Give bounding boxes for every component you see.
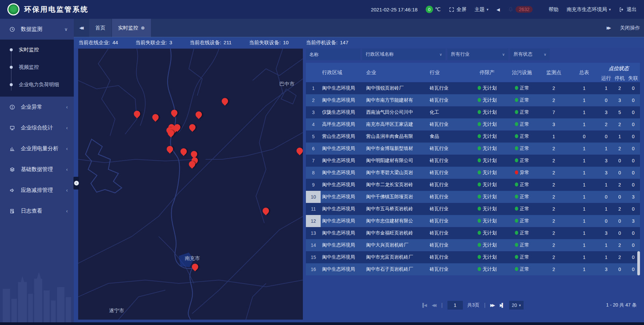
table-row[interactable]: 12阆中生态环境局阆中市忠信建材有限公砖瓦行业无计划正常21003 xyxy=(306,215,640,227)
map-panel[interactable]: 巴中市南充市遂宁市 xyxy=(78,49,303,320)
table-row[interactable]: 14阆中生态环境局阆中大兴页岩机砖厂砖瓦行业无计划正常21120 xyxy=(306,239,640,251)
tab-strip: 首页实时监控⊗ xyxy=(89,19,152,37)
datetime: 2021-02-25 17:46:18 xyxy=(371,7,418,12)
table-row[interactable]: 10阆中生态环境局阆中千佛镇五郎垭页岩砖瓦行业无计划正常21003 xyxy=(306,191,640,203)
industry-filter-select[interactable]: 所有行业 ∨ xyxy=(447,49,508,60)
sidebar-subitem-企业电力负荷明细[interactable]: 企业电力负荷明细 xyxy=(0,76,74,93)
tabs-scroll-right-button[interactable]: ▶▶ xyxy=(607,25,611,30)
sidebar: 数据监测∨实时监控视频监控企业电力负荷明细企业异常‹企业综合统计‹企业用电量分析… xyxy=(0,19,74,322)
sound-button[interactable]: ◀ xyxy=(496,7,500,12)
stat-value: 10 xyxy=(283,40,289,46)
stat-item: 当前停机设备:147 xyxy=(306,40,348,46)
stat-label: 当前失联设备: xyxy=(249,40,280,46)
sidebar-item-label: 数据监测 xyxy=(21,26,64,33)
sound-icon: ◀ xyxy=(496,7,500,12)
table-row[interactable]: 6阆中生态环境局阆中市金博瑞新型墙材砖瓦行业无计划正常21120 xyxy=(306,143,640,155)
status-dot xyxy=(515,182,518,186)
sidebar-item-data-monitor[interactable]: 数据监测∨ xyxy=(0,19,74,40)
col-industry: 行业 xyxy=(428,63,469,82)
status-filter-select[interactable]: 所有状态 ∨ xyxy=(510,49,550,60)
status-dot xyxy=(478,98,481,102)
tab-首页[interactable]: 首页 xyxy=(89,19,111,37)
alert-icon xyxy=(9,104,16,110)
tab-label: 实时监控 xyxy=(118,25,138,31)
name-filter-input[interactable] xyxy=(306,49,360,60)
prev-page-button[interactable]: ◀◀ xyxy=(432,303,436,308)
sidebar-item-label: 企业异常 xyxy=(21,104,66,111)
sidebar-submenu: 实时监控视频监控企业电力负荷明细 xyxy=(0,40,74,97)
status-dot xyxy=(515,243,518,247)
tab-实时监控[interactable]: 实时监控⊗ xyxy=(112,19,151,37)
status-dot xyxy=(478,170,481,174)
filter-row: 行政区域名称 ∨ 所有行业 ∨ 所有状态 ∨ xyxy=(306,49,640,60)
chevron-left-icon: ‹ xyxy=(66,208,68,214)
sidebar-menu: 数据监测∨实时监控视频监控企业电力负荷明细企业异常‹企业综合统计‹企业用电量分析… xyxy=(0,19,74,221)
map-collapse-handle[interactable]: ‹ xyxy=(73,177,79,189)
table-row[interactable]: 7阆中生态环境局阆中明阳建材有限公司砖瓦行业无计划正常21300 xyxy=(306,155,640,167)
col-index xyxy=(306,63,321,82)
status-dot xyxy=(515,158,518,162)
table-row[interactable]: 3仪陇生态环境局西南油气田分公司川中化工无计划正常71350 xyxy=(306,106,640,118)
top-header: 环保用电监管系统 2021-02-25 17:46:18 0 ℃ 全屏 主题 ▾… xyxy=(0,0,644,19)
fullscreen-button[interactable]: 全屏 xyxy=(449,6,467,13)
table-scrollbar[interactable] xyxy=(637,63,640,275)
stat-value: 44 xyxy=(112,40,118,46)
col-company: 企业 xyxy=(365,63,428,82)
sidebar-item-emergency[interactable]: 应急减排管理‹ xyxy=(0,180,74,201)
tab-bar: ◀◀ 首页实时监控⊗ ▶▶ 关闭操作 xyxy=(74,19,644,37)
region-filter-select[interactable]: 行政区域名称 ∨ xyxy=(362,49,445,60)
caret-down-icon: ▾ xyxy=(609,7,611,12)
sidebar-item-enterprise-stats[interactable]: 企业综合统计‹ xyxy=(0,117,74,138)
map-city-label: 遂宁市 xyxy=(109,308,124,314)
page-size-select[interactable]: 20 ▾ xyxy=(509,301,524,310)
sidebar-item-base-data[interactable]: 基础数据管理‹ xyxy=(0,159,74,180)
sidebar-item-logs[interactable]: 日志查看‹ xyxy=(0,201,74,221)
status-dot xyxy=(515,231,518,235)
chevron-left-icon: ‹ xyxy=(66,187,68,193)
status-dot xyxy=(478,255,481,259)
last-page-button[interactable]: ▶▌ xyxy=(500,303,504,308)
table-row[interactable]: 9阆中生态环境局阆中市二龙长宝页岩砖砖瓦行业无计划正常21120 xyxy=(306,179,640,191)
close-operations-button[interactable]: 关闭操作 xyxy=(620,25,640,31)
table-row[interactable]: 16阆中生态环境局阆中市石子页岩机砖厂砖瓦行业无计划正常21300 xyxy=(306,263,640,275)
table-row[interactable]: 5营山生态环境局营山县润丰肉食品有限食品无计划正常10010 xyxy=(306,130,640,143)
app-title: 环保用电监管系统 xyxy=(24,5,89,14)
sidebar-subitem-视频监控[interactable]: 视频监控 xyxy=(0,58,74,76)
next-page-button[interactable]: ▶▶ xyxy=(490,303,495,308)
tabs-scroll-left-button[interactable]: ◀◀ xyxy=(74,19,89,37)
logout-button[interactable]: 退出 xyxy=(619,6,637,13)
notifications[interactable]: 2632 xyxy=(508,6,533,13)
sidebar-item-enterprise-abnormal[interactable]: 企业异常‹ xyxy=(0,97,74,117)
org-dropdown[interactable]: 南充市生态环境局 ▾ xyxy=(567,6,611,13)
page-number-input[interactable] xyxy=(447,301,463,310)
status-dot xyxy=(515,122,518,126)
status-dot xyxy=(515,207,518,211)
layers-icon xyxy=(9,167,16,172)
status-dot xyxy=(515,219,518,223)
help-button[interactable]: 帮助 xyxy=(541,6,558,13)
tab-close-icon[interactable]: ⊗ xyxy=(141,25,145,31)
scrollbar-thumb[interactable] xyxy=(637,251,640,275)
sidebar-subitem-实时监控[interactable]: 实时监控 xyxy=(0,41,74,58)
sidebar-item-power-analysis[interactable]: 企业用电量分析‹ xyxy=(0,138,74,159)
status-dot xyxy=(515,86,518,90)
phone-icon xyxy=(541,7,546,12)
table-row[interactable]: 1阆中生态环境局阆中强锐页岩砖厂砖瓦行业无计划正常21120 xyxy=(306,82,640,94)
stat-label: 当前失联企业: xyxy=(136,40,167,46)
table-row[interactable]: 8阆中生态环境局阆中市枣碧大梁山页岩砖瓦行业无计划异常21300 xyxy=(306,167,640,179)
sidebar-item-label: 基础数据管理 xyxy=(21,166,66,173)
first-page-button[interactable]: ▌◀ xyxy=(422,303,427,308)
status-dot xyxy=(515,267,518,271)
chevron-left-icon: ‹ xyxy=(66,146,68,151)
chevron-left-icon: ‹ xyxy=(66,104,68,110)
table-row[interactable]: 13阆中生态环境局阆中市金福旺页岩机砖砖瓦行业无计划正常21300 xyxy=(306,227,640,239)
theme-dropdown[interactable]: 主题 ▾ xyxy=(475,6,489,13)
app-logo xyxy=(7,3,19,15)
temperature-badge: 0 xyxy=(426,6,433,13)
table-row[interactable]: 15阆中生态环境局阆中市光富页岩机砖厂砖瓦行业无计划正常21120 xyxy=(306,251,640,263)
table-row[interactable]: 4高坪生态环境局南充市高坪区王家店建砖瓦行业无计划正常31220 xyxy=(306,118,640,130)
table-row[interactable]: 11阆中生态环境局阆中市五马桥页岩机砖砖瓦行业无计划正常21120 xyxy=(306,203,640,215)
table-row[interactable]: 2阆中生态环境局阆中市南方节能建材有砖瓦行业无计划正常21030 xyxy=(306,94,640,106)
status-dot xyxy=(478,134,481,138)
caret-down-icon: ▾ xyxy=(487,7,489,12)
